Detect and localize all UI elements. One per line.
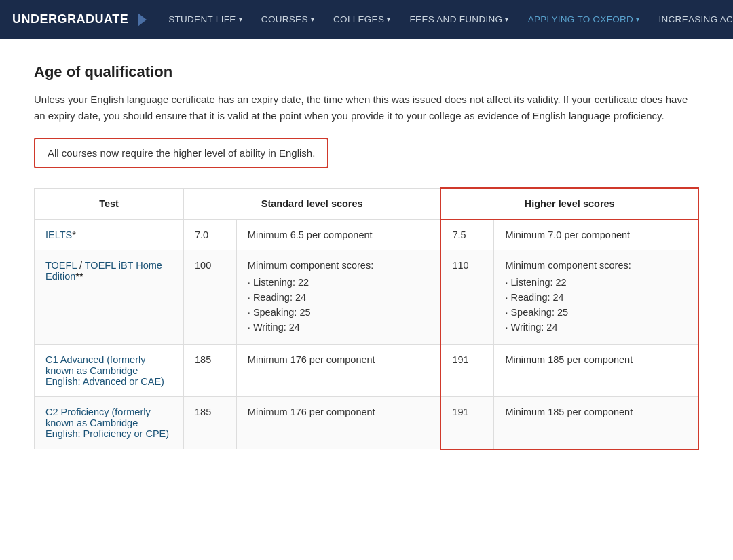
cell-test-name: C1 Advanced (formerly known as Cambridge… <box>35 345 184 397</box>
sub-list-item: Writing: 24 <box>248 320 430 335</box>
intro-paragraph: Unless your English language certificate… <box>34 92 699 124</box>
cell-standard-score: 185 <box>184 345 237 397</box>
cell-standard-score: 7.0 <box>184 219 237 250</box>
test-link-toefl[interactable]: TOEFL <box>45 260 77 271</box>
scores-table: TestStandard level scoresHigher level sc… <box>34 187 699 450</box>
cell-higher-detail: Minimum component scores:Listening: 22Re… <box>494 250 698 345</box>
highlight-notice: All courses now require the higher level… <box>34 138 328 168</box>
test-link[interactable]: C1 Advanced (formerly known as Cambridge… <box>45 354 164 387</box>
nav-item-courses[interactable]: COURSES▾ <box>252 0 324 39</box>
sub-list-item: Speaking: 25 <box>505 305 687 320</box>
sub-list-item: Reading: 24 <box>248 290 430 305</box>
cell-higher-detail: Minimum 7.0 per component <box>494 219 698 250</box>
sub-list-item: Writing: 24 <box>505 320 687 335</box>
cell-test-name: TOEFL / TOEFL iBT Home Edition** <box>35 250 184 345</box>
nav-caret-icon: ▾ <box>239 16 242 23</box>
nav-caret-icon: ▾ <box>387 16 390 23</box>
cell-higher-score: 110 <box>440 250 494 345</box>
col-header-higher: Higher level scores <box>440 188 698 219</box>
cell-standard-detail: Minimum 176 per component <box>236 397 440 449</box>
nav-caret-icon: ▾ <box>505 16 508 23</box>
higher-sub-list: Listening: 22Reading: 24Speaking: 25Writ… <box>505 275 687 335</box>
table-row: IELTS*7.0Minimum 6.5 per component7.5Min… <box>35 219 699 250</box>
nav-item-colleges[interactable]: COLLEGES▾ <box>324 0 400 39</box>
test-link[interactable]: C2 Proficiency (formerly known as Cambri… <box>45 407 169 439</box>
sub-list-item: Speaking: 25 <box>248 305 430 320</box>
cell-test-name: C2 Proficiency (formerly known as Cambri… <box>35 397 184 449</box>
col-header-standard: Standard level scores <box>184 188 441 219</box>
nav-menu: STUDENT LIFE▾COURSES▾COLLEGES▾FEES AND F… <box>159 0 733 39</box>
sub-list-item: Listening: 22 <box>505 275 687 290</box>
sub-list-item: Reading: 24 <box>505 290 687 305</box>
sub-list-item: Listening: 22 <box>248 275 430 290</box>
cell-higher-score: 7.5 <box>440 219 494 250</box>
cell-higher-detail: Minimum 185 per component <box>494 397 698 449</box>
nav-caret-icon: ▾ <box>311 16 314 23</box>
cell-higher-detail: Minimum 185 per component <box>494 345 698 397</box>
cell-test-name: IELTS* <box>35 219 184 250</box>
col-header-test: Test <box>35 188 184 219</box>
cell-standard-detail: Minimum 6.5 per component <box>236 219 440 250</box>
cell-standard-score: 185 <box>184 397 237 449</box>
cell-standard-detail: Minimum 176 per component <box>236 345 440 397</box>
standard-sub-list: Listening: 22Reading: 24Speaking: 25Writ… <box>248 275 430 335</box>
table-row: C2 Proficiency (formerly known as Cambri… <box>35 397 699 449</box>
test-asterisk: * <box>72 229 76 240</box>
nav-item-fees-and-funding[interactable]: FEES AND FUNDING▾ <box>400 0 519 39</box>
nav-item-applying-to-oxford[interactable]: APPLYING TO OXFORD▾ <box>519 0 650 39</box>
test-link[interactable]: IELTS <box>45 229 72 240</box>
site-brand: UNDERGRADUATE <box>0 0 159 39</box>
nav-caret-icon: ▾ <box>636 16 639 23</box>
cell-higher-score: 191 <box>440 397 494 449</box>
page-content: Age of qualification Unless your English… <box>14 39 719 477</box>
cell-higher-score: 191 <box>440 345 494 397</box>
cell-standard-score: 100 <box>184 250 237 345</box>
table-row: TOEFL / TOEFL iBT Home Edition**100Minim… <box>35 250 699 345</box>
page-title: Age of qualification <box>34 63 699 81</box>
nav-item-student-life[interactable]: STUDENT LIFE▾ <box>159 0 252 39</box>
cell-standard-detail: Minimum component scores:Listening: 22Re… <box>236 250 440 345</box>
main-nav: UNDERGRADUATE STUDENT LIFE▾COURSES▾COLLE… <box>0 0 733 39</box>
table-row: C1 Advanced (formerly known as Cambridge… <box>35 345 699 397</box>
nav-item-increasing-access[interactable]: INCREASING ACCESS▾ <box>649 0 733 39</box>
